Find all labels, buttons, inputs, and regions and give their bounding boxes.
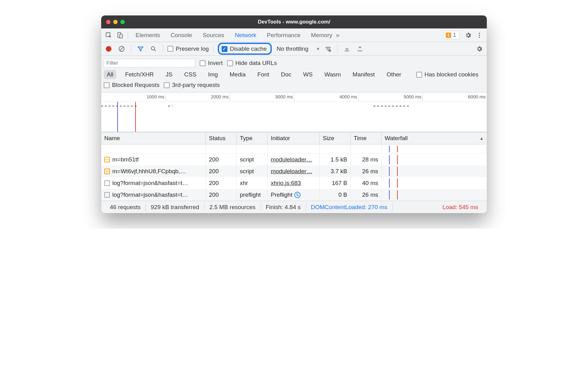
cell-time: 26 ms — [351, 165, 382, 177]
tab-console[interactable]: Console — [170, 29, 193, 41]
load-marker-icon — [397, 155, 398, 164]
column-header-size[interactable]: Size — [320, 132, 351, 144]
cell-initiator[interactable]: moduleloader… — [268, 154, 320, 165]
invert-checkbox[interactable]: Invert — [200, 60, 223, 67]
filter-type-other[interactable]: Other — [383, 70, 404, 79]
table-header-row: NameStatusTypeInitiatorSizeTimeWaterfall… — [101, 132, 487, 144]
column-header-waterfall[interactable]: Waterfall▲ — [382, 132, 487, 144]
network-settings-icon[interactable] — [474, 44, 484, 54]
hide-data-urls-label: Hide data URLs — [236, 60, 277, 67]
filter-type-manifest[interactable]: Manifest — [349, 70, 378, 79]
inspect-icon[interactable] — [104, 30, 114, 40]
blocked-requests-checkbox[interactable]: Blocked Requests — [104, 82, 159, 88]
filter-type-fetch-xhr[interactable]: Fetch/XHR — [122, 70, 157, 79]
kebab-menu-icon[interactable] — [474, 30, 484, 40]
tab-network[interactable]: Network — [234, 29, 257, 41]
column-header-initiator[interactable]: Initiator — [268, 132, 320, 144]
svg-rect-2 — [120, 34, 122, 38]
hide-data-urls-checkbox[interactable]: Hide data URLs — [227, 60, 277, 67]
svg-rect-12 — [358, 50, 362, 51]
document-icon — [104, 180, 110, 186]
close-icon[interactable] — [106, 20, 110, 24]
dcl-marker-icon — [389, 155, 390, 164]
overview-tick-label: 4000 ms — [339, 94, 357, 99]
table-row[interactable]: <>m=bm51tf200scriptmoduleloader…1.5 kB28… — [101, 154, 487, 165]
settings-icon[interactable] — [463, 30, 473, 40]
filter-input[interactable] — [104, 59, 195, 67]
filter-type-ws[interactable]: WS — [300, 70, 316, 79]
separator — [337, 45, 338, 53]
titlebar: DevTools - www.google.com/ — [101, 15, 487, 28]
cell-initiator[interactable]: xhrio.js:683 — [268, 177, 320, 189]
column-header-type[interactable]: Type — [237, 132, 268, 144]
cell-time: 28 ms — [351, 154, 382, 165]
preflight-icon: ⇅ — [294, 192, 300, 198]
table-row[interactable]: log?format=json&hasfast=t…200xhrxhrio.js… — [101, 177, 487, 189]
filter-type-doc[interactable]: Doc — [278, 70, 295, 79]
overview-tick-label: 2000 ms — [211, 94, 229, 99]
filter-type-wasm[interactable]: Wasm — [321, 70, 344, 79]
checkbox-icon — [167, 46, 173, 52]
overview-body — [101, 102, 487, 132]
filter-type-font[interactable]: Font — [254, 70, 272, 79]
record-button[interactable] — [104, 44, 114, 54]
load-marker-icon — [397, 190, 398, 200]
warning-icon: ! — [446, 32, 451, 38]
filter-type-css[interactable]: CSS — [181, 70, 199, 79]
network-conditions-icon[interactable] — [323, 44, 333, 54]
separator — [213, 45, 214, 53]
document-icon — [104, 192, 110, 198]
table-row[interactable]: <>m=Wt6vjf,hhhU8,FCpbqb,…200scriptmodule… — [101, 165, 487, 177]
tab-memory[interactable]: Memory — [310, 29, 333, 41]
cell-type: script — [237, 154, 268, 165]
overview-timeline[interactable]: 1000 ms2000 ms3000 ms4000 ms5000 ms6000 … — [101, 92, 487, 132]
filter-type-js[interactable]: JS — [162, 70, 175, 79]
column-header-status[interactable]: Status — [206, 132, 237, 144]
svg-point-8 — [151, 46, 155, 50]
invert-label: Invert — [208, 60, 223, 67]
tab-elements[interactable]: Elements — [135, 29, 161, 41]
filter-type-img[interactable]: Img — [205, 70, 221, 79]
checkbox-checked-icon — [222, 46, 227, 52]
clear-button[interactable] — [117, 44, 127, 54]
svg-point-3 — [479, 32, 480, 34]
device-toggle-icon[interactable] — [115, 30, 125, 40]
import-har-icon[interactable] — [342, 44, 352, 54]
tab-performance[interactable]: Performance — [266, 29, 301, 41]
tab-sources[interactable]: Sources — [202, 29, 225, 41]
svg-rect-11 — [345, 50, 349, 51]
zoom-icon[interactable] — [120, 20, 125, 24]
export-har-icon[interactable] — [355, 44, 365, 54]
column-header-name[interactable]: Name — [101, 132, 206, 144]
search-icon[interactable] — [149, 44, 158, 54]
cell-initiator[interactable]: moduleloader… — [268, 165, 320, 177]
cell-status: 200 — [206, 177, 237, 189]
third-party-checkbox[interactable]: 3rd-party requests — [164, 82, 220, 88]
issues-badge[interactable]: ! 1 — [443, 31, 460, 39]
dcl-marker-icon — [117, 102, 118, 132]
window-controls — [106, 20, 125, 24]
overflow-tabs-icon[interactable]: » — [334, 30, 341, 40]
table-row[interactable]: log?format=json&hasfast=t…200preflightPr… — [101, 189, 487, 201]
throttling-label: No throttling — [277, 45, 308, 52]
disable-cache-checkbox[interactable]: Disable cache — [222, 45, 267, 52]
preserve-log-checkbox[interactable]: Preserve log — [167, 45, 209, 52]
svg-point-5 — [479, 36, 480, 38]
record-icon — [106, 46, 111, 52]
has-blocked-cookies-checkbox[interactable]: Has blocked cookies — [416, 71, 478, 78]
script-icon: <> — [104, 169, 110, 174]
minimize-icon[interactable] — [113, 20, 118, 24]
svg-line-9 — [154, 49, 156, 51]
status-finish: Finish: 4.84 s — [261, 204, 306, 211]
overview-tick-label: 5000 ms — [404, 94, 422, 99]
overview-activity-bar — [168, 105, 172, 107]
filter-toggle-icon[interactable] — [136, 44, 145, 54]
status-resources: 2.5 MB resources — [205, 204, 261, 211]
status-bar: 46 requests 929 kB transferred 2.5 MB re… — [101, 201, 487, 213]
throttling-select[interactable]: No throttling ▼ — [277, 45, 320, 52]
filter-type-all[interactable]: All — [104, 70, 116, 79]
column-header-time[interactable]: Time — [351, 132, 382, 144]
separator — [163, 45, 163, 53]
filter-type-media[interactable]: Media — [227, 70, 249, 79]
cell-status: 200 — [206, 154, 237, 165]
